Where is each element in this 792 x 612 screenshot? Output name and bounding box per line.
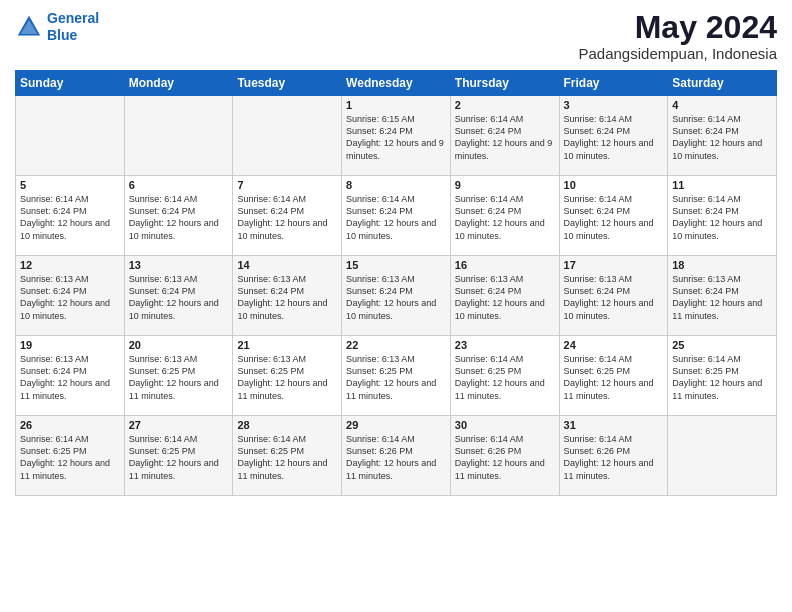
day-info: Sunrise: 6:13 AM Sunset: 6:25 PM Dayligh… (129, 353, 229, 402)
day-info: Sunrise: 6:14 AM Sunset: 6:25 PM Dayligh… (129, 433, 229, 482)
day-number: 27 (129, 419, 229, 431)
day-number: 29 (346, 419, 446, 431)
calendar-cell: 28Sunrise: 6:14 AM Sunset: 6:25 PM Dayli… (233, 416, 342, 496)
calendar-cell: 19Sunrise: 6:13 AM Sunset: 6:24 PM Dayli… (16, 336, 125, 416)
day-number: 28 (237, 419, 337, 431)
column-header-saturday: Saturday (668, 71, 777, 96)
calendar-cell: 3Sunrise: 6:14 AM Sunset: 6:24 PM Daylig… (559, 96, 668, 176)
calendar-cell: 15Sunrise: 6:13 AM Sunset: 6:24 PM Dayli… (342, 256, 451, 336)
day-number: 21 (237, 339, 337, 351)
subtitle: Padangsidempuan, Indonesia (579, 45, 778, 62)
day-info: Sunrise: 6:14 AM Sunset: 6:25 PM Dayligh… (672, 353, 772, 402)
week-row-1: 1Sunrise: 6:15 AM Sunset: 6:24 PM Daylig… (16, 96, 777, 176)
calendar-table: SundayMondayTuesdayWednesdayThursdayFrid… (15, 70, 777, 496)
day-number: 2 (455, 99, 555, 111)
calendar-cell: 6Sunrise: 6:14 AM Sunset: 6:24 PM Daylig… (124, 176, 233, 256)
week-row-4: 19Sunrise: 6:13 AM Sunset: 6:24 PM Dayli… (16, 336, 777, 416)
day-info: Sunrise: 6:14 AM Sunset: 6:25 PM Dayligh… (20, 433, 120, 482)
column-header-friday: Friday (559, 71, 668, 96)
day-number: 20 (129, 339, 229, 351)
column-header-thursday: Thursday (450, 71, 559, 96)
week-row-2: 5Sunrise: 6:14 AM Sunset: 6:24 PM Daylig… (16, 176, 777, 256)
day-number: 19 (20, 339, 120, 351)
day-number: 4 (672, 99, 772, 111)
day-number: 25 (672, 339, 772, 351)
day-info: Sunrise: 6:15 AM Sunset: 6:24 PM Dayligh… (346, 113, 446, 162)
column-header-wednesday: Wednesday (342, 71, 451, 96)
calendar-cell: 31Sunrise: 6:14 AM Sunset: 6:26 PM Dayli… (559, 416, 668, 496)
day-number: 31 (564, 419, 664, 431)
day-number: 12 (20, 259, 120, 271)
day-info: Sunrise: 6:13 AM Sunset: 6:24 PM Dayligh… (564, 273, 664, 322)
main-title: May 2024 (579, 10, 778, 45)
day-info: Sunrise: 6:14 AM Sunset: 6:24 PM Dayligh… (129, 193, 229, 242)
column-header-sunday: Sunday (16, 71, 125, 96)
calendar-cell: 18Sunrise: 6:13 AM Sunset: 6:24 PM Dayli… (668, 256, 777, 336)
day-number: 23 (455, 339, 555, 351)
day-info: Sunrise: 6:13 AM Sunset: 6:25 PM Dayligh… (237, 353, 337, 402)
day-info: Sunrise: 6:13 AM Sunset: 6:24 PM Dayligh… (672, 273, 772, 322)
calendar-cell: 14Sunrise: 6:13 AM Sunset: 6:24 PM Dayli… (233, 256, 342, 336)
calendar-cell: 12Sunrise: 6:13 AM Sunset: 6:24 PM Dayli… (16, 256, 125, 336)
day-number: 8 (346, 179, 446, 191)
calendar-cell (124, 96, 233, 176)
logo-line1: General (47, 10, 99, 26)
header-row: SundayMondayTuesdayWednesdayThursdayFrid… (16, 71, 777, 96)
day-number: 9 (455, 179, 555, 191)
day-info: Sunrise: 6:14 AM Sunset: 6:25 PM Dayligh… (455, 353, 555, 402)
day-info: Sunrise: 6:14 AM Sunset: 6:24 PM Dayligh… (672, 193, 772, 242)
calendar-cell: 26Sunrise: 6:14 AM Sunset: 6:25 PM Dayli… (16, 416, 125, 496)
day-number: 6 (129, 179, 229, 191)
day-info: Sunrise: 6:13 AM Sunset: 6:24 PM Dayligh… (237, 273, 337, 322)
logo-line2: Blue (47, 27, 77, 43)
day-number: 1 (346, 99, 446, 111)
day-info: Sunrise: 6:14 AM Sunset: 6:24 PM Dayligh… (455, 193, 555, 242)
week-row-5: 26Sunrise: 6:14 AM Sunset: 6:25 PM Dayli… (16, 416, 777, 496)
day-number: 3 (564, 99, 664, 111)
calendar-cell: 16Sunrise: 6:13 AM Sunset: 6:24 PM Dayli… (450, 256, 559, 336)
day-info: Sunrise: 6:14 AM Sunset: 6:24 PM Dayligh… (20, 193, 120, 242)
calendar-cell: 24Sunrise: 6:14 AM Sunset: 6:25 PM Dayli… (559, 336, 668, 416)
page: General Blue May 2024 Padangsidempuan, I… (0, 0, 792, 612)
day-number: 11 (672, 179, 772, 191)
header: General Blue May 2024 Padangsidempuan, I… (15, 10, 777, 62)
calendar-cell: 22Sunrise: 6:13 AM Sunset: 6:25 PM Dayli… (342, 336, 451, 416)
day-info: Sunrise: 6:14 AM Sunset: 6:24 PM Dayligh… (564, 113, 664, 162)
logo-icon (15, 13, 43, 41)
week-row-3: 12Sunrise: 6:13 AM Sunset: 6:24 PM Dayli… (16, 256, 777, 336)
calendar-cell: 5Sunrise: 6:14 AM Sunset: 6:24 PM Daylig… (16, 176, 125, 256)
day-info: Sunrise: 6:14 AM Sunset: 6:24 PM Dayligh… (237, 193, 337, 242)
day-info: Sunrise: 6:13 AM Sunset: 6:24 PM Dayligh… (20, 353, 120, 402)
day-info: Sunrise: 6:14 AM Sunset: 6:26 PM Dayligh… (564, 433, 664, 482)
day-number: 17 (564, 259, 664, 271)
day-number: 26 (20, 419, 120, 431)
calendar-cell: 7Sunrise: 6:14 AM Sunset: 6:24 PM Daylig… (233, 176, 342, 256)
calendar-cell: 17Sunrise: 6:13 AM Sunset: 6:24 PM Dayli… (559, 256, 668, 336)
calendar-cell: 2Sunrise: 6:14 AM Sunset: 6:24 PM Daylig… (450, 96, 559, 176)
calendar-cell: 9Sunrise: 6:14 AM Sunset: 6:24 PM Daylig… (450, 176, 559, 256)
day-info: Sunrise: 6:14 AM Sunset: 6:26 PM Dayligh… (346, 433, 446, 482)
calendar-cell: 29Sunrise: 6:14 AM Sunset: 6:26 PM Dayli… (342, 416, 451, 496)
calendar-cell: 10Sunrise: 6:14 AM Sunset: 6:24 PM Dayli… (559, 176, 668, 256)
calendar-cell: 30Sunrise: 6:14 AM Sunset: 6:26 PM Dayli… (450, 416, 559, 496)
calendar-cell: 11Sunrise: 6:14 AM Sunset: 6:24 PM Dayli… (668, 176, 777, 256)
day-info: Sunrise: 6:14 AM Sunset: 6:25 PM Dayligh… (564, 353, 664, 402)
day-info: Sunrise: 6:14 AM Sunset: 6:24 PM Dayligh… (346, 193, 446, 242)
column-header-monday: Monday (124, 71, 233, 96)
day-info: Sunrise: 6:14 AM Sunset: 6:25 PM Dayligh… (237, 433, 337, 482)
day-info: Sunrise: 6:13 AM Sunset: 6:24 PM Dayligh… (346, 273, 446, 322)
day-info: Sunrise: 6:13 AM Sunset: 6:25 PM Dayligh… (346, 353, 446, 402)
calendar-cell (16, 96, 125, 176)
day-info: Sunrise: 6:13 AM Sunset: 6:24 PM Dayligh… (455, 273, 555, 322)
day-number: 30 (455, 419, 555, 431)
calendar-cell: 8Sunrise: 6:14 AM Sunset: 6:24 PM Daylig… (342, 176, 451, 256)
calendar-cell: 27Sunrise: 6:14 AM Sunset: 6:25 PM Dayli… (124, 416, 233, 496)
calendar-cell: 21Sunrise: 6:13 AM Sunset: 6:25 PM Dayli… (233, 336, 342, 416)
day-number: 10 (564, 179, 664, 191)
title-block: May 2024 Padangsidempuan, Indonesia (579, 10, 778, 62)
day-info: Sunrise: 6:13 AM Sunset: 6:24 PM Dayligh… (20, 273, 120, 322)
day-number: 24 (564, 339, 664, 351)
column-header-tuesday: Tuesday (233, 71, 342, 96)
calendar-cell (668, 416, 777, 496)
calendar-cell: 4Sunrise: 6:14 AM Sunset: 6:24 PM Daylig… (668, 96, 777, 176)
